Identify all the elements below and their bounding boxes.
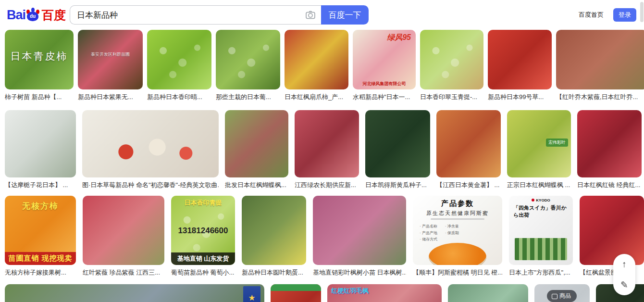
baidu-logo[interactable]: Bai du 百度 — [7, 7, 66, 23]
image-result[interactable] — [420, 30, 483, 89]
image-caption[interactable]: 新品种日本紫果无... — [78, 93, 143, 101]
image-result[interactable] — [285, 30, 348, 89]
phone-number: 13181246600 — [171, 226, 235, 236]
result-item: 【达摩栀子花日本】 ... — [5, 110, 76, 189]
image-result[interactable]: 无核方柿苗圃直销 现挖现卖 — [5, 196, 76, 265]
image-result[interactable] — [488, 30, 552, 89]
image-result[interactable]: 宏伟彩叶 — [507, 110, 571, 177]
image-caption[interactable]: 红叶紫薇 珍品紫薇 江西三... — [83, 268, 164, 277]
image-result[interactable] — [5, 110, 76, 177]
image-result[interactable] — [82, 110, 219, 177]
result-item: 新品种日本99号草... — [488, 30, 552, 101]
back-to-top-button[interactable]: ↑ — [615, 256, 634, 273]
image-result[interactable] — [147, 30, 211, 89]
search-input[interactable] — [77, 10, 305, 20]
search-button[interactable]: 百度一下 — [321, 5, 369, 25]
search-box — [70, 5, 321, 25]
camera-icon[interactable] — [305, 9, 316, 21]
result-item: 日本香印青提13181246600基地直销 山东发货葡萄苗新品种 葡萄小... — [171, 196, 235, 277]
result-item: 日本青皮柿柿子树苗 新品种【... — [5, 30, 74, 101]
brand-label: 绿风95 — [387, 33, 411, 43]
overlay-title: 无核方柿 — [5, 201, 76, 212]
image-caption[interactable]: 那些主栽的日本葡... — [216, 93, 280, 101]
result-item: 日本凯得斯黄瓜种子... — [365, 110, 430, 189]
image-caption[interactable]: 水稻新品种"日本一... — [353, 93, 416, 101]
card-specs: · 产品名称 · 净含量 · 产品产地 · 保质期 · 储存方式 — [420, 223, 459, 243]
overlay-title: 红梗红羽毛枫 — [331, 287, 369, 295]
image-result[interactable] — [577, 110, 642, 177]
strawberry-texture — [82, 110, 219, 177]
logo-text-cn: 百度 — [42, 7, 66, 23]
result-item: 新品种日本香印晴... — [147, 30, 211, 101]
image-result[interactable] — [83, 196, 164, 265]
image-caption[interactable]: 【达摩栀子花日本】 ... — [5, 181, 76, 189]
image-caption[interactable]: 江西绿农长期供应新... — [295, 181, 359, 189]
result-item: 【江西日本黄金薯】 ... — [436, 110, 501, 189]
flag: ★ — [243, 286, 260, 302]
overlay-title: 日本青皮柿 — [5, 50, 74, 63]
news-brand: KYODO — [509, 198, 573, 202]
image-result[interactable]: 商品 — [534, 284, 590, 302]
login-button[interactable]: 登录 — [613, 8, 636, 22]
image-result[interactable]: KYODO「四角スイカ」香川から出荷 — [509, 196, 573, 265]
card-subtitle: 原生态天然健康阿斯蜜 — [413, 210, 502, 217]
image-caption[interactable]: 无核方柿子嫁接果树... — [5, 268, 76, 277]
image-caption[interactable]: 新品种日本99号草... — [488, 93, 552, 101]
feedback-pencil-button[interactable]: ✎ — [615, 277, 634, 294]
card-divider — [431, 218, 484, 220]
result-item: 日本红枫扇爪柿_产... — [285, 30, 348, 101]
image-result[interactable] — [580, 196, 644, 265]
image-caption[interactable]: 新品种日本圆叶鹅蛋... — [242, 268, 306, 277]
result-item: 绿风95河北绿风集团有限公司水稻新品种"日本一... — [353, 30, 416, 101]
image-result[interactable] — [225, 110, 288, 177]
image-result[interactable]: 产品参数原生态天然健康阿斯蜜· 产品名称 · 净含量 · 产品产地 · 保质期 … — [413, 196, 502, 265]
result-item: 商品 — [534, 284, 590, 302]
result-item: 日本红枫红镜 经典红... — [577, 110, 642, 189]
image-result[interactable] — [448, 284, 528, 302]
product-badge: 商品 — [547, 290, 577, 302]
image-caption[interactable]: 日本红枫红镜 经典红... — [577, 181, 642, 189]
image-caption[interactable]: 柿子树苗 新品种【... — [5, 93, 74, 101]
image-result[interactable]: 日本青皮柿 — [5, 30, 74, 89]
image-caption[interactable]: 【江西日本黄金薯】 ... — [436, 181, 501, 189]
image-caption[interactable]: 【顺丰】阿斯蜜柑橘 明日见 橙... — [413, 268, 502, 277]
image-caption[interactable]: 日本红枫扇爪柿_产... — [285, 93, 348, 101]
image-result[interactable]: 日本香印青提13181246600基地直销 山东发货 — [171, 196, 235, 265]
orange-fruit — [429, 243, 486, 265]
baidu-home-link[interactable]: 百度首页 — [579, 11, 604, 19]
image-caption[interactable]: 正宗日本红枫蝴蝶枫 ... — [507, 181, 571, 189]
image-result[interactable] — [313, 196, 406, 265]
image-result[interactable] — [216, 30, 280, 89]
image-result[interactable] — [242, 196, 306, 265]
image-caption[interactable]: 新品种日本香印晴... — [147, 93, 211, 101]
scrollbar-thumb[interactable] — [640, 2, 644, 22]
image-caption[interactable]: 日本凯得斯黄瓜种子... — [365, 181, 430, 189]
company-label: 河北绿风集团有限公司 — [353, 81, 416, 87]
image-result[interactable]: 元旦曼 — [271, 284, 321, 302]
result-item: 图·日本草莓新品种 命名"初恋馨香"-经典英文歌曲... — [82, 110, 219, 189]
image-result[interactable]: 绿风95河北绿风集团有限公司 — [353, 30, 416, 89]
logo-text-bai: Bai — [7, 8, 25, 23]
image-result[interactable] — [295, 110, 359, 177]
promo-banner: 基地直销 山东发货 — [171, 252, 235, 265]
result-item: 江西绿农长期供应新... — [295, 110, 359, 189]
image-result[interactable] — [556, 30, 644, 89]
image-result[interactable] — [365, 110, 430, 177]
image-caption[interactable]: 基地直销彩叶枫树小苗 日本枫树... — [313, 268, 406, 277]
result-item: 泰安开发区利群苗圃新品种日本紫果无... — [78, 30, 143, 101]
image-caption[interactable]: 日本上市"方形西瓜",... — [509, 268, 573, 277]
promo-banner: 苗圃直销 现挖现卖 — [5, 252, 76, 265]
image-caption[interactable]: 【红叶乔木紫薇,日本红叶乔... — [556, 93, 644, 101]
image-result[interactable] — [436, 110, 501, 177]
image-caption[interactable]: 日本香印翠玉青提-... — [420, 93, 483, 101]
result-item: 新品种日本圆叶鹅蛋... — [242, 196, 306, 277]
image-caption[interactable]: 图·日本草莓新品种 命名"初恋馨香"-经典英文歌曲... — [82, 181, 219, 189]
image-result[interactable]: 红梗红羽毛枫 — [327, 284, 442, 302]
image-caption[interactable]: 葡萄苗新品种 葡萄小... — [171, 268, 235, 277]
collage-header — [271, 284, 321, 291]
image-result[interactable]: ★ — [5, 284, 264, 302]
results-grid: 日本青皮柿柿子树苗 新品种【...泰安开发区利群苗圃新品种日本紫果无...新品种… — [0, 30, 644, 302]
result-row: ★元旦曼红梗红羽毛枫商品 — [5, 284, 644, 302]
image-result[interactable]: 泰安开发区利群苗圃 — [78, 30, 143, 89]
image-caption[interactable]: 批发日本红枫蝴蝶枫... — [225, 181, 288, 189]
